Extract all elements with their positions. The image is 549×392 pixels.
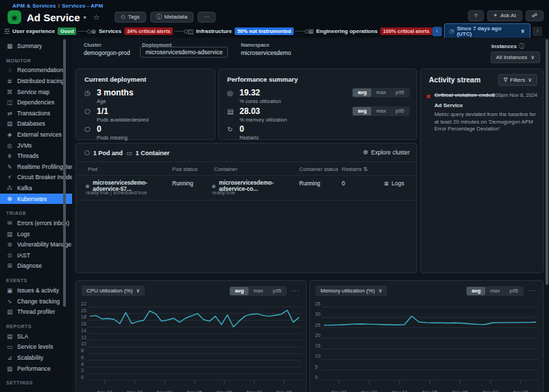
column-pod[interactable]: Pod xyxy=(88,166,97,172)
apm-dashboard: APM & Services/Services - APM ◉ Ad Servi… xyxy=(0,0,549,392)
sidebar-item-change-tracking[interactable]: ∿Change tracking xyxy=(0,296,72,307)
p95-chip[interactable]: p95 xyxy=(390,89,409,97)
sidebar-item-performance[interactable]: ▧Performance xyxy=(0,363,72,374)
sidebar-item-realtime-profiling-java[interactable]: ✎Realtime Profiling Java xyxy=(0,161,72,172)
chart-more-icon[interactable]: ··· xyxy=(528,287,537,294)
sidebar-item-databases[interactable]: ▤Databases xyxy=(0,119,72,130)
time-range-forward-button[interactable]: › xyxy=(533,27,542,36)
column-container[interactable]: Container xyxy=(214,166,237,172)
svg-text:12: 12 xyxy=(81,335,86,340)
svg-text:5: 5 xyxy=(315,365,318,369)
event-description: Metric query deviated from the baseline … xyxy=(434,111,536,133)
sidebar-item-kubernetes[interactable]: ☸Kubernetes xyxy=(0,194,72,205)
p95-chip[interactable]: p95 xyxy=(268,287,286,295)
sidebar-item-sla[interactable]: ▤SLA xyxy=(0,331,72,342)
max-chip[interactable]: max xyxy=(485,287,504,295)
avg-chip[interactable]: avg xyxy=(467,287,485,295)
max-chip[interactable]: max xyxy=(371,89,390,97)
card-title: Performance summary xyxy=(227,76,298,83)
kubernetes-icon: ☸ xyxy=(363,149,369,156)
time-range-back-button[interactable]: ‹ xyxy=(432,27,442,36)
breadcrumb-services-apm[interactable]: Services - APM xyxy=(62,3,103,9)
clock-icon: ◷ xyxy=(84,89,91,97)
metadata-button[interactable]: ⓘMetadata xyxy=(150,12,194,23)
favorite-star-icon[interactable]: ☆ xyxy=(93,13,100,22)
sidebar-item-vulnerability-management[interactable]: ⊚Vulnerability Manage... xyxy=(0,240,72,251)
sidebar-scrollbar[interactable] xyxy=(63,39,66,307)
sidebar-item-summary[interactable]: ▦Summary xyxy=(0,41,72,51)
column-pod-status[interactable]: Pod status xyxy=(172,166,198,172)
cpu-metric-dropdown[interactable]: CPU utilization (%)∨ xyxy=(82,286,145,296)
sidebar-item-logs[interactable]: ▤Logs xyxy=(0,229,72,240)
column-restarts[interactable]: Restarts ⇅ xyxy=(342,166,368,172)
help-button[interactable]: ? xyxy=(468,10,483,21)
memory-metric-dropdown[interactable]: Memory utilization (%)∨ xyxy=(316,286,387,296)
sidebar-item-diagnose[interactable]: ⊞Diagnose xyxy=(0,261,72,272)
sidebar-item-external-services[interactable]: ◈External services xyxy=(0,129,72,140)
sidebar-item-distributed-tracing[interactable]: ≣Distributed tracing xyxy=(0,76,72,87)
p95-chip[interactable]: p95 xyxy=(504,287,523,295)
max-chip[interactable]: max xyxy=(371,107,390,115)
column-container-status[interactable]: Container status xyxy=(299,166,338,172)
filter-icon: ∇ xyxy=(504,77,507,83)
sidebar-item-service-levels[interactable]: ▭Service levels xyxy=(0,342,72,353)
avg-chip[interactable]: avg xyxy=(353,107,371,115)
event-title[interactable]: Critical violation ended xyxy=(434,92,495,98)
age-value: 3 months xyxy=(97,88,133,97)
memory-icon: ▤ xyxy=(227,108,233,115)
main-scrollbar[interactable] xyxy=(546,39,548,285)
sidebar-item-recommendations[interactable]: ☝Recommendations xyxy=(0,65,72,76)
sidebar-item-thread-profiler[interactable]: ▥Thread profiler xyxy=(0,306,72,317)
status-engineering-operations[interactable]: ⊞ Engineering operations 100% critical a… xyxy=(308,27,432,36)
breadcrumb-apm-services[interactable]: APM & Services xyxy=(12,3,56,9)
filters-button[interactable]: ∇Filters∨ xyxy=(498,74,537,86)
status-dot-icon xyxy=(86,185,89,188)
p95-chip[interactable]: p95 xyxy=(390,107,409,115)
sidebar-item-iast[interactable]: ⊙IAST xyxy=(0,250,72,261)
sidebar-item-threads[interactable]: ⋔Threads xyxy=(0,150,72,161)
info-icon[interactable]: ⓘ xyxy=(519,43,524,49)
svg-text:15: 15 xyxy=(315,343,320,348)
status-user-experience[interactable]: ☲ User experience Good xyxy=(4,27,76,36)
deployment-value[interactable]: microservicesdemo-adservice xyxy=(140,47,228,58)
service-logo-icon: ◉ xyxy=(8,10,21,24)
sidebar-item-circuit-breaker-incidents[interactable]: ⚡Circuit Breaker Incidents xyxy=(0,172,72,183)
instances-dropdown[interactable]: All Instances∨ xyxy=(491,51,540,63)
logs-button[interactable]: ≣Logs xyxy=(384,180,404,187)
sidebar-item-kafka[interactable]: ⁂Kafka xyxy=(0,183,72,194)
tags-button[interactable]: ◇Tags xyxy=(115,12,145,23)
sidebar-item-scalability[interactable]: ⊿Scalability xyxy=(0,352,72,363)
tracing-icon: ≣ xyxy=(6,78,13,84)
sort-icon[interactable]: ⇅ xyxy=(363,166,368,172)
sidebar-item-issues-activity[interactable]: ▣Issues & activity xyxy=(0,285,72,296)
namespace-label: Namespace xyxy=(241,42,270,48)
max-chip[interactable]: max xyxy=(248,287,268,295)
instances-label: Instancesⓘ xyxy=(491,43,524,50)
sidebar-section-settings: SETTINGS xyxy=(0,373,72,387)
more-actions-button[interactable]: ··· xyxy=(198,12,215,23)
share-link-button[interactable]: ☍ xyxy=(526,10,544,21)
sidebar-item-service-map[interactable]: ⌘Service map xyxy=(0,87,72,97)
memory-aggregation-toggle: avg max p95 xyxy=(466,286,524,296)
user-experience-badge: Good xyxy=(58,27,77,36)
sidebar-item-transactions[interactable]: ⇄Transactions xyxy=(0,108,72,119)
chart-more-icon[interactable]: ··· xyxy=(292,287,300,294)
sidebar-item-errors-inbox[interactable]: ✉Errors (errors inbox) xyxy=(0,218,72,229)
ask-ai-button[interactable]: ✦Ask AI xyxy=(487,10,522,21)
avg-chip[interactable]: avg xyxy=(230,287,248,295)
status-services[interactable]: ⊕ Services 34% critical alerts xyxy=(91,27,173,36)
sidebar-item-dependencies[interactable]: ◫Dependencies xyxy=(0,97,72,108)
page-title: Ad Service xyxy=(27,12,80,23)
title-dropdown-caret-icon[interactable]: ▾ xyxy=(84,14,86,21)
svg-text:0: 0 xyxy=(315,375,318,380)
svg-text:6: 6 xyxy=(81,355,84,360)
divider xyxy=(76,161,417,162)
connector-line xyxy=(174,31,185,32)
explore-cluster-button[interactable]: ☸Explore cluster xyxy=(363,149,410,156)
circuit-breaker-icon: ⚡ xyxy=(6,174,13,181)
avg-chip[interactable]: avg xyxy=(353,89,371,97)
status-infrastructure[interactable]: ◫ Infrastructure 50% not instrumented xyxy=(187,27,294,36)
time-range-button[interactable]: ◷ Since 7 days ago (UTC) ∨ xyxy=(444,23,530,39)
sidebar-item-jvms[interactable]: ◎JVMs xyxy=(0,140,72,151)
svg-text:14: 14 xyxy=(81,328,86,333)
